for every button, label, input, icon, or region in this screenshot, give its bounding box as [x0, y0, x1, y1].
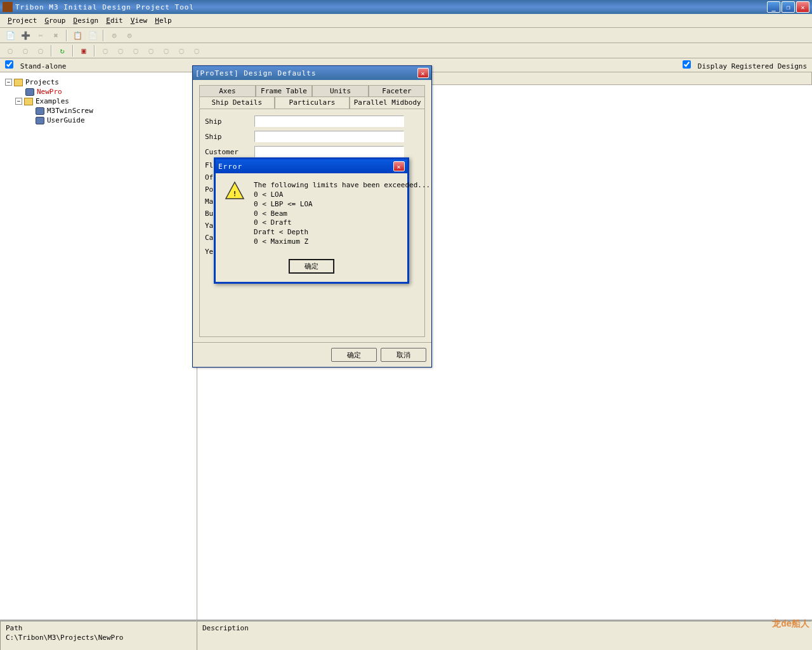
- close-button[interactable]: ✕: [796, 1, 809, 13]
- watermark: 龙de船人: [772, 618, 809, 630]
- tool-c7-icon[interactable]: ▢: [190, 44, 203, 57]
- input-ship1[interactable]: [254, 116, 404, 127]
- tool-add-icon[interactable]: ➕: [19, 29, 32, 42]
- folder-icon: [24, 98, 33, 105]
- project-tree[interactable]: − Projects NewPro − Examples M3TwinScrew: [3, 75, 193, 128]
- tool-b2-icon[interactable]: ▢: [19, 44, 32, 57]
- tab-units[interactable]: Units: [312, 85, 369, 96]
- tool-c5-icon[interactable]: ▢: [160, 44, 173, 57]
- app-title: Tribon M3 Initial Design Project Tool: [15, 3, 767, 11]
- tree-root-label: Projects: [25, 78, 59, 86]
- tab-frame-table[interactable]: Frame Table: [256, 85, 312, 96]
- tool-c4-icon[interactable]: ▢: [145, 44, 157, 57]
- menu-help[interactable]: Help: [151, 15, 176, 26]
- app-titlebar: Tribon M3 Initial Design Project Tool _ …: [0, 0, 812, 14]
- tool-paste-icon[interactable]: 📄: [86, 29, 99, 42]
- tool-c1-icon[interactable]: ▢: [99, 44, 112, 57]
- description-label: Description: [202, 624, 806, 632]
- standalone-label: Stand-alone: [20, 62, 67, 70]
- bottom-panels: Path C:\Tribon\M3\Projects\NewPro Descri…: [0, 620, 812, 650]
- error-message: The following limits have been exceeded.…: [254, 181, 430, 247]
- error-ok-button[interactable]: 确定: [289, 260, 334, 273]
- menu-design[interactable]: Design: [70, 15, 103, 26]
- dialog-ok-button[interactable]: 确定: [331, 348, 377, 362]
- tool-config1-icon[interactable]: ⚙: [108, 29, 121, 42]
- error-dialog: Error ✕ ! The following limits have been…: [214, 157, 409, 284]
- tab-row-back: Axes Frame Table Units Faceter: [199, 85, 425, 96]
- error-title-text: Error: [218, 162, 242, 171]
- tab-particulars[interactable]: Particulars: [275, 96, 350, 109]
- input-ship2[interactable]: [254, 131, 404, 142]
- description-panel: Description: [197, 621, 812, 650]
- label-customer: Customer: [205, 148, 254, 156]
- display-registered-checkbox[interactable]: [683, 60, 691, 69]
- folder-icon: [14, 79, 23, 86]
- tree-node-examples[interactable]: − Examples: [5, 96, 190, 106]
- tab-axes[interactable]: Axes: [199, 85, 256, 96]
- menu-project[interactable]: Project: [4, 15, 41, 26]
- maximize-button[interactable]: ❐: [782, 1, 795, 13]
- ship-icon: [36, 107, 44, 115]
- path-value: C:\Tribon\M3\Projects\NewPro: [6, 633, 191, 642]
- collapse-icon[interactable]: −: [15, 98, 22, 105]
- dialog-cancel-button[interactable]: 取消: [381, 348, 426, 362]
- tree-node-newpro[interactable]: NewPro: [5, 87, 190, 96]
- path-panel: Path C:\Tribon\M3\Projects\NewPro: [0, 621, 197, 650]
- tree-label-m3twin: M3TwinScrew: [47, 107, 93, 115]
- minimize-button[interactable]: _: [767, 1, 780, 13]
- tool-db-icon[interactable]: ▣: [77, 44, 90, 57]
- menubar: Project Group Design Edit View Help: [0, 14, 812, 28]
- toolbar-2: ▢ ▢ ▢ ↻ ▣ ▢ ▢ ▢ ▢ ▢ ▢ ▢: [0, 43, 812, 58]
- tool-new-icon[interactable]: 📄: [4, 29, 16, 42]
- dialog-button-row: 确定 取消: [193, 342, 431, 367]
- tab-ship-details[interactable]: Ship Details: [199, 96, 275, 109]
- tool-refresh-icon[interactable]: ↻: [56, 44, 69, 57]
- collapse-icon[interactable]: −: [5, 79, 12, 86]
- tree-root[interactable]: − Projects: [5, 77, 190, 87]
- menu-group[interactable]: Group: [41, 15, 69, 26]
- error-titlebar[interactable]: Error ✕: [216, 159, 407, 173]
- ship-icon: [25, 88, 34, 96]
- menu-view[interactable]: View: [127, 15, 152, 26]
- tool-c2-icon[interactable]: ▢: [114, 44, 127, 57]
- tool-b3-icon[interactable]: ▢: [34, 44, 47, 57]
- app-icon: [3, 2, 13, 12]
- standalone-checkbox[interactable]: [5, 60, 13, 69]
- tree-label-newpro: NewPro: [37, 88, 62, 96]
- tool-copy-icon[interactable]: 📋: [71, 29, 84, 42]
- tab-faceter[interactable]: Faceter: [369, 85, 425, 96]
- tree-node-userguide[interactable]: UserGuide: [5, 116, 190, 125]
- dialog-close-button[interactable]: ✕: [417, 68, 429, 78]
- toolbar-separator: [51, 45, 52, 56]
- dialog-titlebar[interactable]: [ProTest] Design Defaults ✕: [193, 66, 431, 80]
- dialog-title-text: [ProTest] Design Defaults: [195, 69, 317, 77]
- label-ship2: Ship: [205, 133, 254, 141]
- toolbar-separator: [94, 45, 95, 56]
- tree-label-userguide: UserGuide: [47, 116, 85, 124]
- tool-c3-icon[interactable]: ▢: [129, 44, 142, 57]
- svg-text:!: !: [233, 190, 237, 198]
- tool-cut-icon[interactable]: ✂: [34, 29, 47, 42]
- tool-delete-icon[interactable]: ✖: [49, 29, 62, 42]
- path-label: Path: [6, 624, 191, 632]
- tool-config2-icon[interactable]: ⚙: [123, 29, 136, 42]
- tree-node-m3twin[interactable]: M3TwinScrew: [5, 106, 190, 116]
- error-close-button[interactable]: ✕: [393, 161, 405, 171]
- menu-edit[interactable]: Edit: [102, 15, 127, 26]
- input-customer[interactable]: [254, 146, 404, 157]
- tree-label-examples: Examples: [36, 97, 69, 105]
- tab-row-front: Ship Details Particulars Parallel Midbod…: [199, 96, 425, 109]
- toolbar-1: 📄 ➕ ✂ ✖ 📋 📄 ⚙ ⚙: [0, 28, 812, 43]
- project-tree-panel: − Projects NewPro − Examples M3TwinScrew: [0, 72, 197, 620]
- toolbar-separator: [103, 30, 104, 41]
- ship-icon: [36, 117, 44, 124]
- label-ship1: Ship: [205, 117, 254, 126]
- standalone-checkbox-label[interactable]: Stand-alone: [5, 60, 66, 70]
- tab-parallel-midbody[interactable]: Parallel Midbody: [350, 96, 425, 109]
- toolbar-separator: [72, 45, 74, 56]
- display-registered-label[interactable]: Display Registered Designs: [683, 60, 807, 70]
- warning-icon: !: [225, 181, 245, 201]
- toolbar-separator: [66, 30, 67, 41]
- tool-b1-icon[interactable]: ▢: [4, 44, 16, 57]
- tool-c6-icon[interactable]: ▢: [175, 44, 188, 57]
